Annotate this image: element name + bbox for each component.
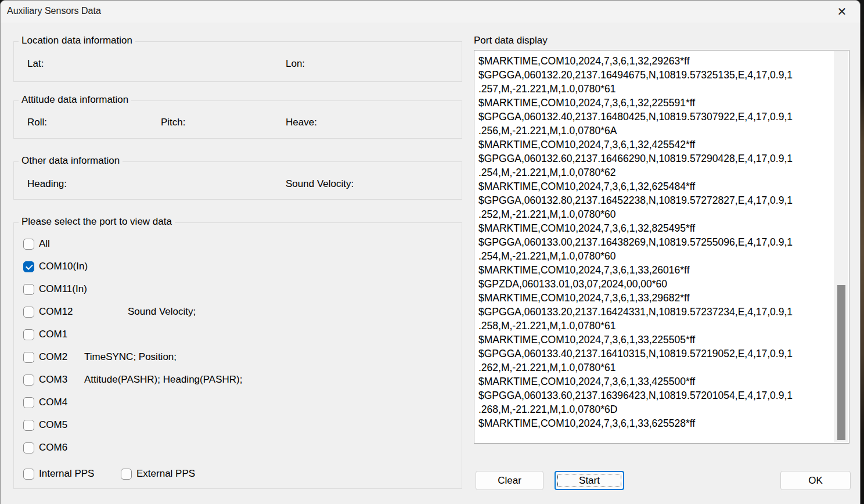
checkbox-label-internal-pps: Internal PPS	[39, 468, 94, 480]
checkbox-row-com1[interactable]: COM1	[23, 327, 67, 341]
checkbox-com6[interactable]	[23, 442, 34, 453]
port-data-line: $MARKTIME,COM10,2024,7,3,6,1,33,225505*f…	[478, 333, 830, 347]
port-select-group: Please select the port to view data All …	[13, 222, 462, 489]
checkbox-external-pps[interactable]	[121, 469, 132, 480]
port-data-line: .258,M,-21.221,M,1.0,0780*61	[478, 319, 830, 333]
roll-label: Roll:	[27, 117, 47, 128]
checkbox-com11[interactable]	[23, 284, 34, 295]
com2-description: TimeSYNC; Position;	[84, 351, 177, 363]
heading-label: Heading:	[27, 178, 67, 190]
other-group-title: Other data information	[19, 155, 123, 167]
port-data-line: .262,M,-21.221,M,1.0,0780*61	[478, 361, 830, 375]
checkbox-label-com1: COM1	[39, 329, 67, 340]
checkbox-all[interactable]	[23, 239, 34, 250]
checkbox-row-internal-pps[interactable]: Internal PPS	[23, 467, 94, 481]
port-data-line: .256,M,-21.221,M,1.0,0780*6A	[478, 124, 830, 138]
port-data-line: $GPGGA,060133.40,2137.16410315,N,10819.5…	[478, 347, 830, 361]
lon-label: Lon:	[286, 58, 305, 70]
heave-label: Heave:	[286, 117, 317, 128]
port-data-line: $GPGGA,060133.00,2137.16438269,N,10819.5…	[478, 235, 830, 249]
checkbox-row-com12[interactable]: COM12 Sound Velocity;	[23, 305, 73, 319]
port-data-line: $GPGGA,060132.40,2137.16480425,N,10819.5…	[478, 110, 830, 124]
checkbox-row-com2[interactable]: COM2 TimeSYNC; Position;	[23, 350, 67, 364]
port-data-line: .268,M,-21.221,M,1.0,0780*6D	[478, 402, 830, 416]
checkbox-row-com6[interactable]: COM6	[23, 441, 67, 455]
location-group-title: Location data information	[19, 35, 135, 46]
checkbox-label-all: All	[39, 238, 50, 250]
checkbox-label-com11: COM11(In)	[39, 283, 87, 295]
checkbox-label-com5: COM5	[39, 419, 67, 431]
checkbox-row-com5[interactable]: COM5	[23, 418, 67, 432]
clear-button[interactable]: Clear	[476, 471, 543, 490]
attitude-data-group: Attitude data information Roll: Pitch: H…	[13, 100, 462, 139]
port-data-line: $GPGGA,060133.60,2137.16396423,N,10819.5…	[478, 388, 830, 402]
port-data-textbox[interactable]: $MARKTIME,COM10,2024,7,3,6,1,32,29263*ff…	[474, 50, 849, 444]
port-data-line: $MARKTIME,COM10,2024,7,3,6,1,32,225591*f…	[478, 96, 830, 110]
port-data-line: .254,M,-21.221,M,1.0,0780*62	[478, 165, 830, 179]
other-data-group: Other data information Heading: Sound Ve…	[13, 161, 462, 200]
checkbox-internal-pps[interactable]	[23, 469, 34, 480]
titlebar[interactable]: Auxiliary Sensors Data ✕	[1, 1, 860, 23]
com3-description: Attitude(PASHR); Heading(PASHR);	[84, 374, 242, 386]
location-data-group: Location data information Lat: Lon:	[13, 41, 462, 82]
port-data-line: $MARKTIME,COM10,2024,7,3,6,1,33,26016*ff	[478, 263, 830, 277]
port-data-text: $MARKTIME,COM10,2024,7,3,6,1,32,29263*ff…	[478, 54, 830, 441]
pitch-label: Pitch:	[161, 117, 186, 128]
checkbox-row-com3[interactable]: COM3 Attitude(PASHR); Heading(PASHR);	[23, 373, 67, 387]
sound-velocity-label: Sound Velocity:	[286, 178, 354, 190]
scrollbar-track[interactable]	[834, 51, 848, 442]
checkbox-label-com4: COM4	[39, 397, 67, 408]
port-data-line: $GPGGA,060133.20,2137.16424331,N,10819.5…	[478, 305, 830, 319]
port-data-line: $MARKTIME,COM10,2024,7,3,6,1,33,425500*f…	[478, 375, 830, 388]
checkbox-label-com3: COM3	[39, 374, 67, 386]
checkbox-com5[interactable]	[23, 420, 34, 431]
checkbox-row-all[interactable]: All	[23, 237, 50, 251]
checkbox-com2[interactable]	[23, 352, 34, 363]
port-data-line: $GPGGA,060132.80,2137.16452238,N,10819.5…	[478, 193, 830, 207]
checkbox-com3[interactable]	[23, 375, 34, 386]
com12-description: Sound Velocity;	[128, 306, 196, 318]
port-select-group-title: Please select the port to view data	[19, 216, 175, 228]
auxiliary-sensors-dialog: Auxiliary Sensors Data ✕ Location data i…	[0, 0, 861, 504]
port-data-display-title: Port data display	[474, 35, 548, 46]
lat-label: Lat:	[27, 58, 44, 70]
port-data-line: $MARKTIME,COM10,2024,7,3,6,1,32,425542*f…	[478, 138, 830, 152]
checkbox-row-external-pps[interactable]: External PPS	[121, 467, 195, 481]
port-data-line: $GPGGA,060132.20,2137.16494675,N,10819.5…	[478, 68, 830, 82]
start-button[interactable]: Start	[555, 471, 624, 490]
checkbox-row-com4[interactable]: COM4	[23, 395, 67, 409]
checkbox-row-com10[interactable]: COM10(In)	[23, 260, 88, 273]
port-data-line: $MARKTIME,COM10,2024,7,3,6,1,32,29263*ff	[478, 54, 830, 68]
port-data-line: $GPGGA,060132.60,2137.16466290,N,10819.5…	[478, 152, 830, 165]
port-data-line: $MARKTIME,COM10,2024,7,3,6,1,33,625528*f…	[478, 416, 830, 430]
checkbox-com10[interactable]	[23, 261, 34, 272]
checkbox-com12[interactable]	[23, 307, 34, 318]
close-icon[interactable]: ✕	[829, 1, 855, 23]
checkbox-label-com2: COM2	[39, 351, 67, 363]
checkbox-label-com6: COM6	[39, 442, 67, 453]
port-data-line: .252,M,-21.221,M,1.0,0780*60	[478, 207, 830, 221]
checkbox-label-com10: COM10(In)	[39, 261, 88, 272]
checkbox-row-com11[interactable]: COM11(In)	[23, 282, 87, 296]
port-data-line: .257,M,-21.221,M,1.0,0780*61	[478, 82, 830, 96]
checkbox-label-com12: COM12	[39, 306, 73, 318]
scrollbar-thumb[interactable]	[837, 285, 845, 440]
attitude-group-title: Attitude data information	[19, 94, 131, 106]
port-data-line: $MARKTIME,COM10,2024,7,3,6,1,32,825495*f…	[478, 221, 830, 235]
port-data-line: .254,M,-21.221,M,1.0,0780*60	[478, 249, 830, 263]
port-data-line: $GPZDA,060133.01,03,07,2024,00,00*60	[478, 277, 830, 291]
checkbox-com1[interactable]	[23, 329, 34, 340]
ok-button[interactable]: OK	[780, 471, 851, 490]
dialog-title: Auxiliary Sensors Data	[7, 6, 101, 16]
port-data-line: $MARKTIME,COM10,2024,7,3,6,1,33,29682*ff	[478, 291, 830, 305]
checkbox-com4[interactable]	[23, 397, 34, 408]
checkbox-label-external-pps: External PPS	[136, 468, 195, 480]
port-data-line: $MARKTIME,COM10,2024,7,3,6,1,32,625484*f…	[478, 179, 830, 193]
